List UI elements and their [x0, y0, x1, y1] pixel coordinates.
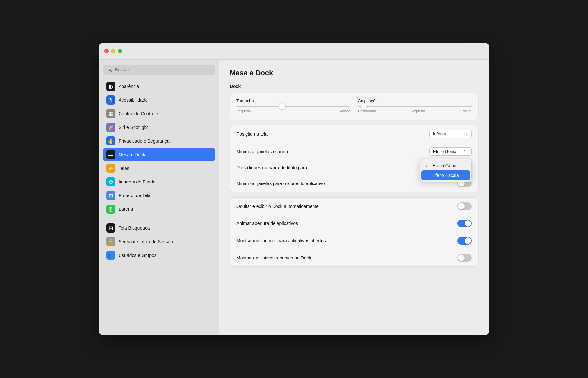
minimizar-dropdown-menu: ✓ Efeito Gênio Efeito Escala [420, 159, 472, 182]
bateria-label: Bateria [119, 207, 133, 212]
ampliacao-max: Grande [460, 109, 472, 113]
imagem-fundo-icon: ✿ [106, 177, 115, 186]
dropdown-option-2: Efeito Escala [432, 173, 459, 178]
settings-group-2: Ocultar e exibir o Dock automaticamente … [230, 197, 479, 267]
protetor-tela-label: Protetor de Tela [119, 193, 151, 198]
tela-bloqueada-icon: ⊟ [106, 223, 115, 233]
minimizar-label: Minimizar janelas usando [236, 149, 288, 154]
ampliacao-track[interactable] [358, 106, 472, 107]
posicao-arrow-icon: ⌃⌄ [463, 132, 468, 136]
search-bar[interactable]: 🔍 [103, 65, 215, 75]
dois-cliques-label: Dois cliques na barra de título para [236, 165, 307, 170]
minimize-button[interactable] [111, 49, 115, 53]
dock-section-title: Dock [230, 84, 479, 89]
tamanho-max: Grande [338, 109, 350, 113]
sidebar-item-privacidade[interactable]: 🤚Privacidade e Segurança [103, 134, 215, 147]
tela-bloqueada-label: Tela Bloqueada [119, 225, 150, 231]
window-content: 🔍 ◐Aparência♿Acessibilidade▦Central de C… [99, 60, 489, 335]
tamanho-fill [236, 106, 282, 107]
posicao-row: Posição na tela Inferior ⌃⌄ [230, 125, 478, 143]
posicao-label: Posição na tela [236, 132, 268, 137]
posicao-value: Inferior [433, 132, 446, 136]
acessibilidade-label: Acessibilidade [119, 97, 148, 103]
aparencia-icon: ◐ [106, 82, 115, 91]
close-button[interactable] [104, 49, 109, 53]
main-window: 🔍 ◐Aparência♿Acessibilidade▦Central de C… [99, 43, 489, 335]
mesa-dock-icon: ▬ [106, 150, 115, 159]
minimizar-row: Minimizar janelas usando Efeito Gênio ⌃⌄… [230, 143, 478, 160]
siri-spotlight-label: Siri e Spotlight [119, 125, 148, 130]
imagem-fundo-label: Imagem de Fundo [119, 179, 156, 184]
senha-sessao-label: Senha de Início de Sessão [119, 239, 173, 244]
mesa-dock-label: Mesa e Dock [119, 152, 145, 157]
dropdown-item-genio[interactable]: ✓ Efeito Gênio [421, 161, 470, 170]
ocultar-label: Ocultar e exibir o Dock automaticamente [236, 204, 319, 209]
search-icon: 🔍 [107, 67, 112, 72]
toggle-thumb-recentes [458, 255, 465, 261]
minimizar-dropdown[interactable]: Efeito Gênio ⌃⌄ [429, 147, 472, 156]
sidebar-item-mesa-dock[interactable]: ▬Mesa e Dock [103, 148, 215, 161]
ampliacao-labels: Desativado Pequeno Grande [358, 109, 472, 113]
ocultar-toggle[interactable] [457, 202, 472, 210]
sidebar-item-telas[interactable]: ☀Telas [103, 162, 215, 175]
tamanho-labels: Pequeno Grande [236, 109, 350, 113]
minimizar-control: Efeito Gênio ⌃⌄ [429, 147, 472, 156]
indicadores-row: Mostrar indicadores para aplicativos abe… [230, 232, 478, 249]
usuarios-grupos-icon: 👥 [106, 251, 115, 260]
sidebar-item-imagem-fundo[interactable]: ✿Imagem de Fundo [103, 175, 215, 188]
tamanho-label: Tamanho [236, 98, 350, 103]
acessibilidade-icon: ♿ [106, 95, 115, 105]
dropdown-option-1: Efeito Gênio [432, 163, 457, 168]
minimizar-arrow-icon: ⌃⌄ [463, 150, 468, 153]
ampliacao-group: Ampliação Desativado Pequeno Grande [358, 98, 472, 113]
sidebar-item-senha-sessao[interactable]: 🔒Senha de Início de Sessão [103, 235, 215, 248]
siri-spotlight-icon: 🌈 [106, 123, 115, 132]
telas-label: Telas [119, 166, 129, 171]
indicadores-toggle[interactable] [457, 237, 472, 245]
maximize-button[interactable] [118, 49, 122, 53]
tamanho-group: Tamanho Pequeno Grande [236, 98, 350, 113]
search-input[interactable] [115, 67, 211, 72]
tamanho-min: Pequeno [236, 109, 251, 113]
minimizar-icone-label: Minimizar janelas para o ícone do aplica… [236, 181, 325, 186]
tamanho-track[interactable] [236, 106, 350, 107]
ocultar-row: Ocultar e exibir o Dock automaticamente [230, 198, 478, 215]
toggle-thumb-ocultar [458, 203, 465, 209]
page-title: Mesa e Dock [230, 69, 479, 77]
sidebar-item-bateria[interactable]: 🔋Bateria [103, 203, 215, 216]
sidebar-item-central-controle[interactable]: ▦Central de Controle [103, 107, 215, 120]
sidebar-item-usuarios-grupos[interactable]: 👥Usuários e Grupos [103, 249, 215, 262]
sidebar: 🔍 ◐Aparência♿Acessibilidade▦Central de C… [99, 60, 219, 335]
toggle-thumb-indicadores [465, 237, 471, 244]
toggle-thumb-animar [465, 220, 471, 227]
traffic-lights [104, 49, 122, 53]
privacidade-label: Privacidade e Segurança [119, 138, 169, 144]
main-panel: Mesa e Dock Dock Tamanho Pequeno Grand [219, 60, 489, 335]
tamanho-thumb[interactable] [279, 104, 285, 109]
protetor-tela-icon: ⊡ [106, 191, 115, 200]
bateria-icon: 🔋 [106, 205, 115, 214]
aparencia-label: Aparência [119, 84, 139, 89]
telas-icon: ☀ [106, 164, 115, 173]
indicadores-label: Mostrar indicadores para aplicativos abe… [236, 238, 326, 243]
ampliacao-min2: Pequeno [411, 109, 425, 113]
dropdown-item-escala[interactable]: Efeito Escala [421, 170, 470, 180]
sidebar-item-tela-bloqueada[interactable]: ⊟Tela Bloqueada [103, 221, 215, 234]
ampliacao-thumb[interactable] [361, 104, 367, 109]
senha-sessao-icon: 🔒 [106, 237, 115, 246]
sliders-row: Tamanho Pequeno Grande Ampliação [236, 98, 472, 113]
central-controle-icon: ▦ [106, 109, 115, 118]
recentes-row: Mostrar aplicativos recentes no Dock [230, 249, 478, 266]
sidebar-item-aparencia[interactable]: ◐Aparência [103, 80, 215, 93]
sidebar-item-protetor-tela[interactable]: ⊡Protetor de Tela [103, 189, 215, 202]
recentes-toggle[interactable] [457, 254, 472, 262]
sidebar-item-acessibilidade[interactable]: ♿Acessibilidade [103, 94, 215, 107]
animar-toggle[interactable] [457, 220, 472, 227]
sidebar-item-siri-spotlight[interactable]: 🌈Siri e Spotlight [103, 121, 215, 134]
recentes-label: Mostrar aplicativos recentes no Dock [236, 255, 311, 260]
minimizar-value: Efeito Gênio [433, 149, 456, 154]
posicao-dropdown[interactable]: Inferior ⌃⌄ [429, 130, 472, 138]
ampliacao-label: Ampliação [358, 98, 472, 103]
central-controle-label: Central de Controle [119, 111, 158, 116]
ampliacao-min1: Desativado [358, 109, 376, 113]
